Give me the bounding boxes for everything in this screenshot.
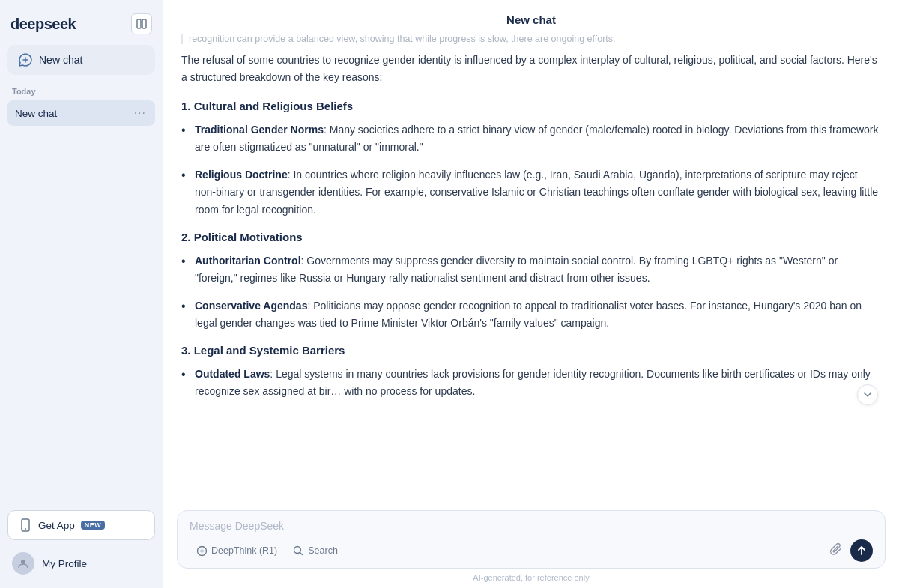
input-tools-left: DeepThink (R1) Search xyxy=(190,542,344,560)
profile-name: My Profile xyxy=(42,558,87,569)
chat-item-label: New chat xyxy=(15,108,57,119)
bullet-term: Outdated Laws xyxy=(195,368,270,380)
deepthink-icon xyxy=(196,545,208,557)
avatar xyxy=(12,552,34,575)
svg-rect-1 xyxy=(142,19,146,28)
mobile-icon xyxy=(19,518,32,532)
get-app-label: Get App xyxy=(38,520,75,531)
svg-point-4 xyxy=(21,560,25,564)
deepthink-label: DeepThink (R1) xyxy=(211,545,277,556)
intro-paragraph: The refusal of some countries to recogni… xyxy=(181,52,881,86)
list-item: Conservative Agendas: Politicians may op… xyxy=(181,297,881,332)
sidebar: deepseek New chat Today New chat ··· Get… xyxy=(0,0,163,588)
send-button[interactable] xyxy=(850,539,873,562)
search-icon xyxy=(292,545,304,557)
input-toolbar: DeepThink (R1) Search xyxy=(190,539,873,562)
new-chat-icon xyxy=(18,52,33,67)
page-title: New chat xyxy=(163,0,899,34)
section-2-bullets: Authoritarian Control: Governments may s… xyxy=(181,252,881,332)
get-app-button[interactable]: Get App NEW xyxy=(7,510,155,540)
bullet-term: Traditional Gender Norms xyxy=(195,124,324,136)
main-panel: New chat recognition can provide a balan… xyxy=(163,0,899,588)
collapse-sidebar-button[interactable] xyxy=(131,13,152,34)
input-area: Message DeepSeek DeepThink (R1) xyxy=(163,503,899,588)
list-item: Outdated Laws: Legal systems in many cou… xyxy=(181,366,881,400)
svg-rect-0 xyxy=(137,19,141,28)
section-3-heading: 3. Legal and Systemic Barriers xyxy=(181,344,881,357)
bullet-term: Authoritarian Control xyxy=(195,255,301,267)
section-1-bullets: Traditional Gender Norms: Many societies… xyxy=(181,121,881,218)
message-input-box[interactable]: Message DeepSeek DeepThink (R1) xyxy=(177,510,886,569)
search-button[interactable]: Search xyxy=(286,542,344,560)
bullet-term: Conservative Agendas xyxy=(195,300,307,312)
new-chat-label: New chat xyxy=(39,54,82,66)
deepthink-button[interactable]: DeepThink (R1) xyxy=(190,542,283,560)
svg-point-3 xyxy=(25,528,26,530)
new-chat-button[interactable]: New chat xyxy=(7,45,155,75)
attach-button[interactable] xyxy=(826,541,846,561)
list-item: Authoritarian Control: Governments may s… xyxy=(181,252,881,287)
section-2-heading: 2. Political Motivations xyxy=(181,231,881,243)
ai-disclaimer: AI-generated, for reference only xyxy=(177,569,886,584)
today-label: Today xyxy=(7,87,155,100)
scroll-down-button[interactable] xyxy=(857,384,878,405)
bullet-text: : Legal systems in many countries lack p… xyxy=(195,368,871,397)
search-label: Search xyxy=(308,545,338,556)
section-1-heading: 1. Cultural and Religious Beliefs xyxy=(181,100,881,112)
chat-item[interactable]: New chat ··· xyxy=(7,100,155,126)
new-badge: NEW xyxy=(81,521,106,530)
list-item: Traditional Gender Norms: Many societies… xyxy=(181,121,881,156)
bullet-term: Religious Doctrine xyxy=(195,169,288,181)
section-3-bullets: Outdated Laws: Legal systems in many cou… xyxy=(181,366,881,400)
profile-row[interactable]: My Profile xyxy=(7,548,155,579)
chat-item-menu-button[interactable]: ··· xyxy=(133,106,148,120)
message-placeholder[interactable]: Message DeepSeek xyxy=(190,520,873,532)
bullet-text: : In countries where religion heavily in… xyxy=(195,169,878,215)
input-tools-right xyxy=(826,539,873,562)
list-item: Religious Doctrine: In countries where r… xyxy=(181,166,881,218)
logo: deepseek xyxy=(10,16,76,33)
fade-text: recognition can provide a balanced view,… xyxy=(181,34,881,44)
chat-content: recognition can provide a balanced view,… xyxy=(163,34,899,503)
sidebar-header: deepseek xyxy=(7,9,155,45)
